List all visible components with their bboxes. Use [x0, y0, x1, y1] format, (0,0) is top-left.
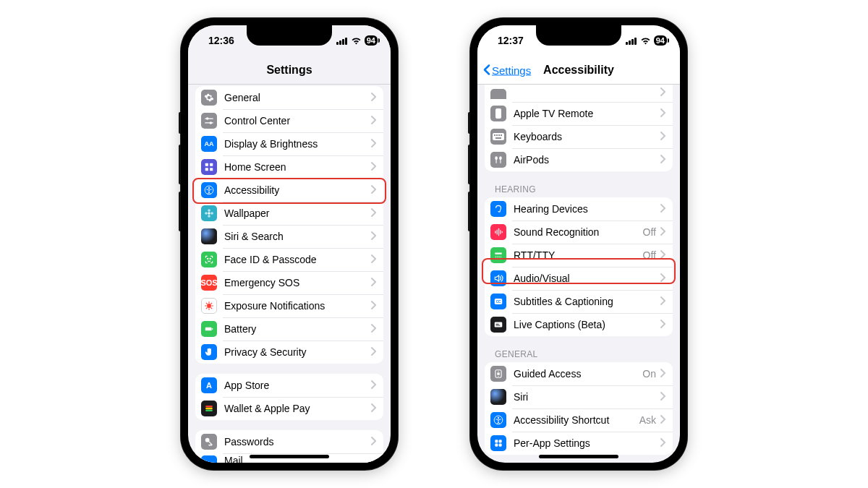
row-tv-remote[interactable]: Apple TV Remote: [485, 102, 673, 125]
row-exposure[interactable]: Exposure Notifications: [195, 294, 383, 317]
row-guided-access[interactable]: Guided Access On: [485, 362, 673, 385]
chevron-right-icon: [371, 346, 376, 359]
row-siri-search[interactable]: Siri & Search: [195, 225, 383, 248]
svg-rect-31: [212, 328, 213, 330]
row-value: Off: [643, 226, 656, 238]
chevron-right-icon: [371, 402, 376, 415]
row-label: Face ID & Passcode: [224, 254, 371, 265]
toggles-icon: [201, 113, 217, 129]
hand-icon: [201, 344, 217, 360]
captions-icon: CC: [490, 294, 506, 309]
row-general[interactable]: General: [195, 86, 383, 109]
home-indicator[interactable]: [250, 455, 329, 458]
chevron-right-icon: [660, 318, 665, 331]
scroll-area[interactable]: General Control Center AA Display & Brig…: [188, 85, 391, 463]
cellular-icon: [626, 37, 637, 45]
row-control-center[interactable]: Control Center: [195, 109, 383, 132]
svg-rect-9: [210, 163, 213, 166]
gear-icon: [201, 90, 217, 106]
wallet-icon: [201, 401, 217, 416]
battery-icon: 94: [654, 35, 667, 46]
chevron-right-icon: [371, 207, 376, 220]
airpods-icon: [490, 152, 506, 168]
row-battery[interactable]: Battery: [195, 317, 383, 341]
row-unknown[interactable]: [485, 85, 673, 102]
row-label: Control Center: [224, 115, 371, 127]
row-keyboards[interactable]: Keyboards: [485, 125, 673, 148]
back-button[interactable]: Settings: [483, 64, 531, 76]
chevron-right-icon: [371, 91, 376, 104]
chevron-right-icon: [371, 137, 376, 150]
row-label: Accessibility Shortcut: [514, 414, 639, 426]
row-label: Guided Access: [514, 368, 642, 380]
phone-right: 12:37 94 Settings Accessibility: [470, 18, 687, 470]
status-time: 12:36: [208, 35, 234, 46]
row-wallet[interactable]: Wallet & Apple Pay: [195, 397, 383, 420]
siri-icon: [201, 228, 217, 244]
chevron-left-icon: [483, 64, 490, 76]
row-sound-recognition[interactable]: Sound Recognition Off: [485, 221, 673, 244]
scroll-area[interactable]: Apple TV Remote Keyboards AirPods: [477, 85, 680, 463]
siri2-icon: [490, 389, 506, 405]
svg-point-15: [208, 209, 210, 212]
row-siri[interactable]: Siri: [485, 385, 673, 408]
row-faceid[interactable]: Face ID & Passcode: [195, 248, 383, 271]
row-label: Siri & Search: [224, 231, 371, 242]
chevron-right-icon: [660, 272, 665, 285]
row-per-app[interactable]: Per-App Settings: [485, 432, 673, 455]
back-label: Settings: [492, 64, 531, 76]
row-display-brightness[interactable]: AA Display & Brightness: [195, 132, 383, 155]
row-wallpaper[interactable]: Wallpaper: [195, 202, 383, 225]
row-label: Passwords: [224, 436, 371, 448]
svg-rect-44: [498, 134, 500, 136]
nav-bar: Settings Accessibility: [477, 56, 680, 85]
chevron-right-icon: [660, 390, 665, 403]
svg-rect-63: [495, 444, 498, 447]
shortcut-icon: [490, 412, 506, 428]
row-airpods[interactable]: AirPods: [485, 148, 673, 171]
svg-rect-7: [205, 122, 213, 123]
chevron-right-icon: [660, 153, 665, 166]
chevron-right-icon: [660, 249, 665, 262]
row-home-screen[interactable]: Home Screen: [195, 155, 383, 179]
home-indicator[interactable]: [539, 455, 618, 458]
chevron-right-icon: [371, 114, 376, 127]
row-a11y-shortcut[interactable]: Accessibility Shortcut Ask: [485, 408, 673, 432]
grid-icon: [201, 159, 217, 175]
battery-icon: [201, 321, 217, 337]
status-time: 12:37: [498, 35, 524, 46]
section-header-general: GENERAL: [485, 346, 673, 362]
chevron-right-icon: [371, 379, 376, 392]
row-label: Sound Recognition: [514, 226, 643, 238]
chevron-right-icon: [371, 184, 376, 197]
row-rtt-tty[interactable]: RTT/TTY Off: [485, 244, 673, 267]
a11y-group-hearing: Hearing Devices Sound Recognition Off RT…: [485, 197, 673, 336]
row-appstore[interactable]: A App Store: [195, 374, 383, 397]
row-privacy[interactable]: Privacy & Security: [195, 341, 383, 364]
row-hearing-devices[interactable]: Hearing Devices: [485, 197, 673, 221]
row-live-captions[interactable]: Live Captions (Beta): [485, 313, 673, 336]
svg-rect-41: [493, 133, 504, 140]
chevron-right-icon: [660, 107, 665, 120]
svg-rect-55: [496, 324, 499, 325]
row-label: Keyboards: [514, 131, 660, 142]
row-subtitles[interactable]: CC Subtitles & Captioning: [485, 290, 673, 313]
svg-rect-58: [497, 372, 500, 375]
status-right: 94: [626, 35, 667, 46]
row-label: App Store: [224, 380, 371, 391]
svg-rect-33: [205, 408, 212, 409]
row-accessibility[interactable]: Accessibility: [195, 179, 383, 202]
svg-rect-37: [629, 40, 631, 45]
accessibility-icon: [201, 182, 217, 198]
page-title: Settings: [266, 64, 312, 77]
row-emergency-sos[interactable]: SOS Emergency SOS: [195, 271, 383, 294]
flower-icon: [201, 205, 217, 221]
svg-rect-36: [626, 42, 628, 45]
svg-point-60: [498, 417, 499, 419]
notch-icon: [247, 25, 332, 46]
svg-rect-51: [502, 231, 503, 233]
svg-rect-46: [495, 137, 501, 139]
row-passwords[interactable]: Passwords: [195, 430, 383, 453]
perapp-icon: [490, 435, 506, 451]
row-audio-visual[interactable]: Audio/Visual: [485, 267, 673, 290]
